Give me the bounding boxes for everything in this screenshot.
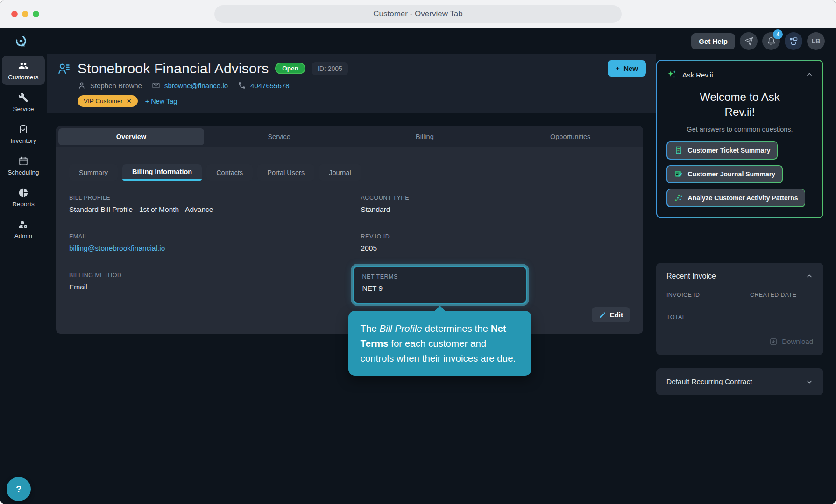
sidebar-item-admin[interactable]: e Admin [2,215,45,244]
calendar-icon [18,156,28,166]
tag-label: VIP Customer [84,98,123,105]
tab-overview[interactable]: Overview [58,128,204,145]
edit-button[interactable]: Edit [592,307,630,322]
pie-chart-icon [18,188,28,198]
envelope-icon [152,81,160,90]
sidebar-item-label: Customers [8,74,38,81]
admin-icon: e [18,219,28,230]
sub-tab-bar: Summary Billing Information Contacts Por… [69,164,630,181]
tab-service[interactable]: Service [206,126,352,147]
tab-bar: Overview Service Billing Opportunities [56,126,643,147]
customer-id: ID: 2005 [312,62,348,75]
status-badge: Open [275,63,305,74]
sidebar-item-service[interactable]: Service [2,88,45,117]
invoice-id-label: INVOICE ID [666,292,750,298]
new-button[interactable]: + New [608,60,646,77]
new-tag-button[interactable]: + New Tag [145,98,177,105]
customer-profile-icon [57,62,71,76]
subtab-journal[interactable]: Journal [319,164,361,181]
vip-customer-tag[interactable]: VIP Customer ✕ [78,95,138,107]
customer-header: Stonebrook Financial Advisors Open ID: 2… [47,54,656,113]
default-recurring-contract-panel: Default Recurring Contract [656,368,823,395]
ask-welcome-heading: Welcome to Ask Rev.ii! [688,90,791,120]
minimize-window-button[interactable] [22,11,28,17]
maximize-window-button[interactable] [33,11,39,17]
contact-phone-link[interactable]: 4047655678 [250,82,289,90]
tab-opportunities[interactable]: Opportunities [497,126,643,147]
tools-icon [18,92,28,103]
field-net-terms-cell: NET TERMS NET 9 The Bill Profile determi… [361,272,630,304]
remove-tag-icon[interactable]: ✕ [127,98,132,105]
subtab-billing-information[interactable]: Billing Information [122,164,202,181]
journal-icon [674,169,683,179]
ask-revii-panel: Ask Rev.ii Welcome to Ask Rev.ii! Get an… [657,61,822,217]
subtab-portal-users[interactable]: Portal Users [257,164,314,181]
field-email: EMAIL billing@stonebrookfinancial.io [69,233,361,252]
billing-email-link[interactable]: billing@stonebrookfinancial.io [69,244,361,252]
net-terms-highlight-box: NET TERMS NET 9 The Bill Profile determi… [353,266,527,304]
plus-icon: + [616,64,620,72]
analyze-activity-patterns-button[interactable]: Analyze Customer Activity Patterns [666,189,805,207]
ticket-icon [674,146,683,155]
apps-grid-icon [789,36,798,46]
customer-name: Stonebrook Financial Advisors [78,61,269,77]
total-label: TOTAL [666,314,813,321]
phone-icon [238,81,246,90]
ask-revii-panel-border: Ask Rev.ii Welcome to Ask Rev.ii! Get an… [656,60,823,218]
subtab-contacts[interactable]: Contacts [206,164,253,181]
revio-logo-icon[interactable] [14,34,28,48]
recent-invoice-title: Recent Invoice [666,272,716,280]
sidebar-item-label: Service [13,105,34,112]
plus-icon: + [145,98,149,105]
sidebar-item-label: Inventory [10,137,36,144]
sidebar-item-label: Admin [14,232,32,239]
field-revio-id: REV.IO ID 2005 [361,233,630,252]
close-window-button[interactable] [11,11,18,17]
sidebar-item-inventory[interactable]: Inventory [2,119,45,148]
people-icon [18,61,28,71]
download-button[interactable]: Download [769,337,813,346]
sidebar-item-scheduling[interactable]: Scheduling [2,151,45,180]
contact-name: Stephen Browne [90,82,142,90]
user-avatar[interactable]: LB [807,32,825,50]
send-button[interactable] [740,32,758,50]
top-navbar: Get Help 4 LB [0,28,836,54]
tab-billing[interactable]: Billing [352,126,498,147]
person-icon [78,81,86,90]
chevron-down-icon[interactable] [806,378,813,385]
app-window: Customer - Overview Tab Get Help 4 [0,0,836,504]
recent-invoice-panel: Recent Invoice INVOICE ID CREATED DATE T… [656,263,823,355]
sparkles-icon [666,69,678,80]
download-icon [769,337,778,346]
notifications-button[interactable]: 4 [762,32,780,50]
customer-ticket-summary-button[interactable]: Customer Ticket Summary [666,141,778,160]
clipboard-icon [18,124,28,134]
chevron-up-icon[interactable] [806,273,813,280]
scatter-icon [674,193,683,203]
customer-journal-summary-button[interactable]: Customer Journal Summary [666,165,783,183]
main-content: Stonebrook Financial Advisors Open ID: 2… [47,54,656,504]
window-titlebar: Customer - Overview Tab [0,0,836,28]
net-terms-tooltip: The Bill Profile determines the Net Term… [348,311,531,376]
field-bill-profile: BILL PROFILE Standard Bill Profile - 1st… [69,195,361,214]
billing-fields: BILL PROFILE Standard Bill Profile - 1st… [69,195,630,304]
sidebar-item-label: Reports [12,201,34,208]
right-sidebar: Ask Rev.ii Welcome to Ask Rev.ii! Get an… [656,54,836,504]
sidebar-item-customers[interactable]: Customers [2,56,45,85]
get-help-button[interactable]: Get Help [691,33,735,49]
paper-plane-icon [744,37,753,46]
window-title: Customer - Overview Tab [214,5,622,23]
contact-email-link[interactable]: sbrowne@finance.io [164,82,228,90]
ask-panel-title: Ask Rev.ii [682,71,713,79]
subtab-summary[interactable]: Summary [69,164,118,181]
ask-subtitle: Get answers to common questions. [666,126,813,133]
left-sidebar: Customers Service Inventory Scheduling R… [0,54,47,504]
sidebar-item-label: Scheduling [8,169,39,176]
chevron-up-icon[interactable] [806,71,813,78]
help-button[interactable]: ? [7,477,31,501]
pencil-icon [599,311,606,319]
field-account-type: ACCOUNT TYPE Standard [361,195,630,214]
notification-count-badge: 4 [773,29,783,39]
apps-button[interactable] [785,32,802,50]
sidebar-item-reports[interactable]: Reports [2,183,45,212]
